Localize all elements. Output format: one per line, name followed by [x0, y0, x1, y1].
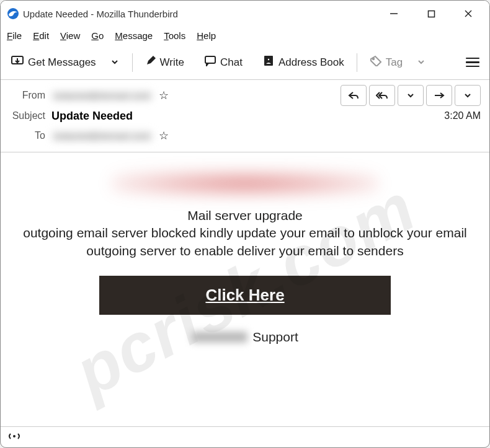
reply-dropdown[interactable] [398, 85, 424, 106]
menu-tools[interactable]: Tools [164, 30, 185, 41]
address-book-button[interactable]: Address Book [259, 52, 348, 72]
maximize-button[interactable] [412, 1, 450, 27]
support-label: Support [252, 330, 298, 345]
menu-go[interactable]: Go [91, 30, 104, 41]
close-button[interactable] [450, 1, 487, 27]
menu-edit[interactable]: Edit [33, 30, 49, 41]
message-body: pcrisk.com Mail server upgrade outgoing … [1, 152, 489, 426]
chat-icon [204, 55, 216, 69]
message-time: 3:20 AM [444, 110, 481, 121]
separator [132, 53, 133, 72]
support-line: Support [13, 330, 477, 345]
forward-button[interactable] [426, 85, 452, 106]
svg-rect-2 [428, 11, 434, 17]
to-value[interactable]: redacted@domain.com [51, 130, 153, 142]
reply-button[interactable] [341, 85, 367, 106]
chat-button[interactable]: Chat [200, 53, 246, 72]
svg-rect-6 [205, 56, 215, 63]
get-messages-label: Get Messages [28, 56, 96, 69]
get-messages-button[interactable]: Get Messages [7, 52, 100, 72]
more-dropdown[interactable] [455, 85, 481, 106]
from-label: From [9, 90, 45, 101]
menu-message[interactable]: Message [115, 30, 153, 41]
app-menu-button[interactable] [462, 53, 483, 72]
body-header-redacted [112, 171, 378, 196]
address-book-label: Address Book [278, 56, 344, 69]
toolbar: Get Messages Write Chat Address Book [1, 45, 489, 80]
write-label: Write [160, 56, 184, 69]
minimize-button[interactable] [375, 1, 412, 27]
menu-file[interactable]: File [7, 30, 22, 41]
body-line1: Mail server upgrade [13, 207, 477, 224]
svg-point-10 [13, 435, 16, 437]
svg-point-9 [373, 58, 374, 59]
subject-label: Subject [9, 110, 45, 121]
support-name-redacted [192, 332, 247, 343]
titlebar: Update Needed - Mozilla Thunderbird [1, 1, 489, 27]
pencil-icon [145, 55, 156, 69]
star-icon[interactable]: ☆ [159, 89, 169, 102]
tag-icon [370, 55, 382, 69]
from-value[interactable]: redacted@domain.com [51, 90, 153, 102]
address-book-icon [262, 55, 275, 70]
tag-label: Tag [386, 56, 403, 69]
window-title: Update Needed - Mozilla Thunderbird [23, 9, 178, 19]
subject-value: Update Needed [51, 110, 133, 123]
click-here-button[interactable]: Click Here [99, 276, 391, 315]
menubar: File Edit View Go Message Tools Help [1, 27, 489, 45]
tag-button[interactable]: Tag [366, 53, 406, 72]
separator [357, 53, 357, 72]
app-window: Update Needed - Mozilla Thunderbird File… [0, 0, 490, 448]
reply-all-button[interactable] [369, 85, 395, 106]
menu-help[interactable]: Help [197, 30, 216, 41]
write-button[interactable]: Write [141, 53, 188, 72]
status-bar [1, 426, 489, 447]
get-messages-dropdown[interactable] [106, 55, 123, 71]
tag-dropdown[interactable] [412, 55, 430, 71]
svg-point-8 [267, 58, 270, 61]
message-actions [338, 85, 481, 106]
star-icon[interactable]: ☆ [159, 129, 169, 143]
chat-label: Chat [220, 56, 243, 69]
online-status-icon[interactable] [8, 431, 20, 444]
menu-view[interactable]: View [60, 30, 80, 41]
message-header: From redacted@domain.com ☆ Subject Updat… [1, 80, 489, 152]
to-label: To [9, 130, 45, 141]
body-line2: outgoing email server blocked kindly upd… [13, 224, 477, 260]
thunderbird-icon [7, 7, 19, 20]
download-icon [11, 55, 24, 70]
